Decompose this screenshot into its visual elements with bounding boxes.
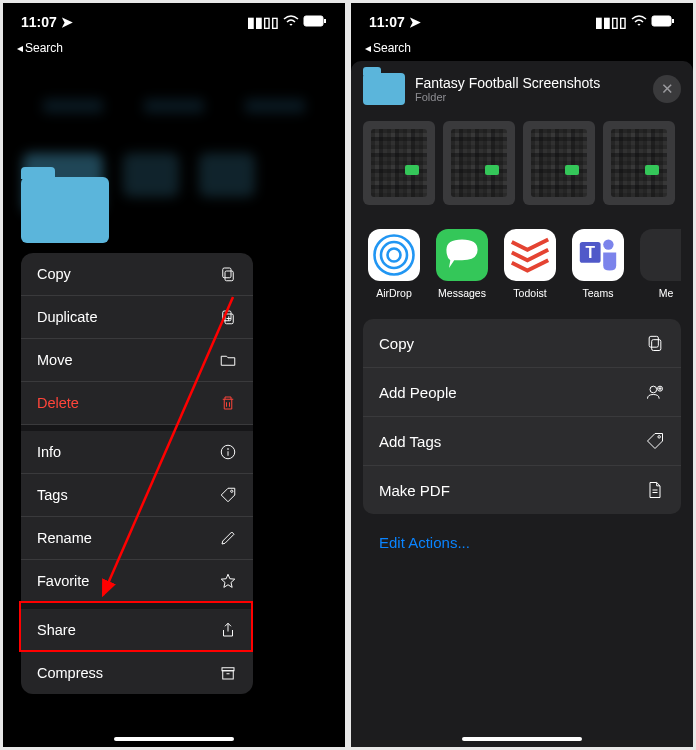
edit-actions-link[interactable]: Edit Actions... [363,530,681,555]
menu-item-tags[interactable]: Tags [21,474,253,517]
svg-rect-18 [652,16,671,26]
status-bar: 11:07 ➤ ▮▮▯▯ [3,3,345,41]
app-label: AirDrop [363,287,425,299]
menu-item-copy[interactable]: Copy [21,253,253,296]
svg-rect-5 [223,311,231,321]
share-app-airdrop[interactable]: AirDrop [363,229,425,299]
person-add-icon [645,382,665,402]
svg-rect-19 [672,19,674,23]
menu-item-label: Tags [37,487,68,503]
sheet-subtitle: Folder [415,91,643,103]
actions-group: CopyAdd PeopleAdd TagsMake PDF [363,319,681,514]
app-label: Me [635,287,681,299]
menu-item-share[interactable]: Share [21,603,253,652]
wifi-icon [283,14,299,30]
menu-item-info[interactable]: Info [21,425,253,474]
context-menu: CopyDuplicateMoveDeleteInfoTagsRenameFav… [21,253,253,694]
phone-right: 11:07 ➤ ▮▮▯▯ Search Fantasy Football Scr… [351,3,693,747]
battery-icon [651,14,675,30]
svg-point-13 [231,490,233,492]
pencil-icon [219,529,237,547]
thumbnail[interactable] [443,121,515,205]
share-sheet: Fantasy Football Screenshots Folder ✕ Ai… [351,61,693,747]
menu-item-label: Info [37,444,61,460]
action-add-tags[interactable]: Add Tags [363,417,681,466]
share-app-more[interactable]: Me [635,229,681,299]
wifi-icon [631,14,647,30]
battery-icon [303,14,327,30]
folder-icon [363,73,405,105]
action-label: Add Tags [379,433,441,450]
thumbnails-row [363,121,681,205]
share-app-messages[interactable]: Messages [431,229,493,299]
home-indicator[interactable] [114,737,234,741]
menu-item-label: Move [37,352,72,368]
action-label: Copy [379,335,414,352]
thumbnail[interactable] [363,121,435,205]
menu-item-compress[interactable]: Compress [21,652,253,694]
thumbnail[interactable] [523,121,595,205]
trash-icon [219,394,237,412]
action-label: Make PDF [379,482,450,499]
folder-icon [219,351,237,369]
svg-rect-3 [223,268,231,278]
sheet-title: Fantasy Football Screenshots [415,75,643,91]
svg-point-32 [658,436,661,439]
status-time: 11:07 [21,14,57,30]
menu-item-label: Rename [37,530,92,546]
app-label: Messages [431,287,493,299]
doc-icon [645,480,665,500]
menu-item-label: Delete [37,395,79,411]
copy-icon [219,265,237,283]
app-label: Teams [567,287,629,299]
selected-folder-icon [21,177,109,243]
svg-point-28 [650,386,657,393]
archive-icon [219,664,237,682]
menu-item-move[interactable]: Move [21,339,253,382]
location-icon: ➤ [61,14,73,30]
share-icon [219,621,237,639]
close-button[interactable]: ✕ [653,75,681,103]
duplicate-icon [219,308,237,326]
back-search[interactable]: Search [3,41,345,55]
location-icon: ➤ [409,14,421,30]
action-make-pdf[interactable]: Make PDF [363,466,681,514]
menu-item-label: Compress [37,665,103,681]
tag-icon [645,431,665,451]
app-label: Todoist [499,287,561,299]
action-copy[interactable]: Copy [363,319,681,368]
svg-rect-1 [324,19,326,23]
home-indicator[interactable] [462,737,582,741]
svg-rect-0 [304,16,323,26]
action-label: Add People [379,384,457,401]
info-icon [219,443,237,461]
svg-rect-27 [649,336,658,347]
share-app-todoist[interactable]: Todoist [499,229,561,299]
svg-point-20 [388,249,401,262]
menu-item-label: Share [37,622,76,638]
phone-left: 11:07 ➤ ▮▮▯▯ Search CopyDuplicateMoveDel… [3,3,345,747]
svg-point-25 [603,239,613,249]
thumbnail[interactable] [603,121,675,205]
menu-item-label: Duplicate [37,309,97,325]
status-bar: 11:07 ➤ ▮▮▯▯ [351,3,693,41]
svg-point-21 [381,242,407,268]
signal-icon: ▮▮▯▯ [247,14,279,30]
share-apps-row: AirDropMessagesTodoistTTeamsMe [363,229,681,299]
signal-icon: ▮▮▯▯ [595,14,627,30]
menu-item-rename[interactable]: Rename [21,517,253,560]
status-time: 11:07 [369,14,405,30]
menu-item-duplicate[interactable]: Duplicate [21,296,253,339]
svg-point-12 [228,449,229,450]
menu-item-label: Copy [37,266,71,282]
svg-rect-26 [652,340,661,351]
share-app-teams[interactable]: TTeams [567,229,629,299]
menu-item-favorite[interactable]: Favorite [21,560,253,603]
back-search-label: Search [25,41,63,55]
action-add-people[interactable]: Add People [363,368,681,417]
svg-rect-15 [223,671,234,679]
sheet-header: Fantasy Football Screenshots Folder ✕ [363,73,681,105]
menu-item-delete[interactable]: Delete [21,382,253,425]
back-search[interactable]: Search [351,41,693,55]
star-icon [219,572,237,590]
